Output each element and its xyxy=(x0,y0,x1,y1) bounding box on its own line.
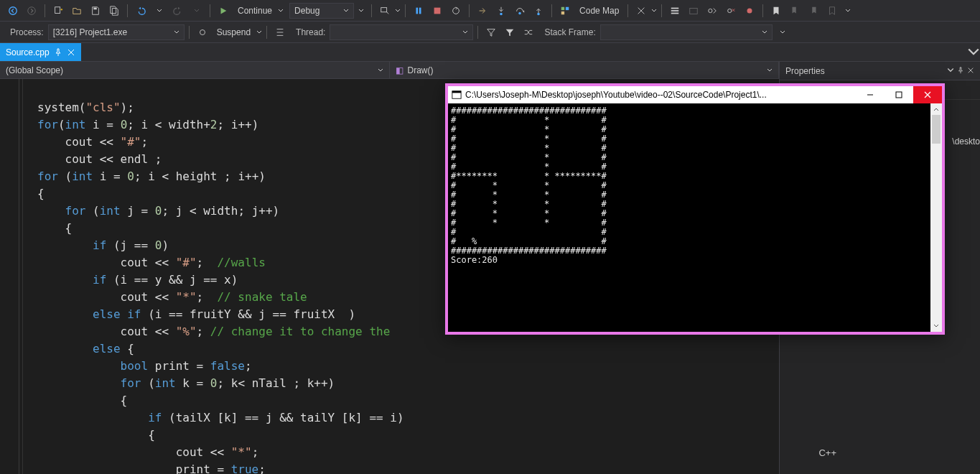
close-button[interactable] xyxy=(913,86,942,103)
redo-icon[interactable] xyxy=(169,2,187,19)
bp-list-icon[interactable] xyxy=(666,2,683,19)
stop-icon[interactable] xyxy=(429,2,446,19)
codemap-label[interactable]: Code Map xyxy=(575,6,623,16)
svg-rect-18 xyxy=(690,8,698,14)
bp-enable-icon[interactable] xyxy=(741,2,758,19)
svg-rect-3 xyxy=(93,7,96,9)
tool-a-drop[interactable] xyxy=(651,6,657,16)
bookmark-prev-icon[interactable] xyxy=(786,2,803,19)
nav-fwd-icon[interactable] xyxy=(23,2,40,19)
console-output: ############################## # * # # *… xyxy=(448,103,930,332)
chevron-down-icon xyxy=(767,65,773,75)
toolbar-overflow-icon[interactable] xyxy=(845,6,851,16)
pin-icon[interactable] xyxy=(54,48,62,57)
bookmark-next-icon[interactable] xyxy=(805,2,822,19)
properties-title-bar: Properties xyxy=(780,62,980,80)
scope-bar: (Global Scope) ◧ Draw() xyxy=(0,62,779,79)
tab-source-cpp[interactable]: Source.cpp xyxy=(0,43,81,61)
close-icon[interactable] xyxy=(967,66,974,76)
scroll-down-icon[interactable] xyxy=(930,320,942,332)
bookmark-clear-icon[interactable] xyxy=(823,2,841,19)
thread-label: Thread: xyxy=(290,27,328,37)
process-dropdown[interactable]: [3216] Project1.exe xyxy=(48,24,185,40)
show-next-icon[interactable] xyxy=(474,2,491,19)
svg-rect-12 xyxy=(561,6,564,9)
svg-rect-15 xyxy=(671,7,679,9)
scope-left-value: (Global Scope) xyxy=(6,65,63,75)
svg-point-19 xyxy=(709,9,712,12)
redo-drop-icon[interactable] xyxy=(188,2,205,19)
svg-point-20 xyxy=(728,9,732,12)
tabs-dropdown-icon[interactable] xyxy=(967,43,980,61)
tool-a-icon[interactable] xyxy=(633,2,650,19)
bookmark-icon[interactable] xyxy=(767,2,785,19)
toolbar2-overflow-icon[interactable] xyxy=(780,27,785,37)
find-drop-icon[interactable] xyxy=(395,6,401,16)
stackframe-label: Stack Frame: xyxy=(538,27,598,37)
step-into-icon[interactable] xyxy=(493,2,510,19)
chevron-down-icon xyxy=(378,65,383,75)
filter-icon[interactable] xyxy=(482,24,500,41)
console-app-icon xyxy=(448,90,465,100)
shuffle-icon[interactable] xyxy=(520,24,537,41)
continue-label[interactable]: Continue xyxy=(233,6,276,16)
undo-icon[interactable] xyxy=(132,2,149,19)
step-over-icon[interactable] xyxy=(511,2,528,19)
scope-right-value: Draw() xyxy=(408,65,434,75)
svg-rect-7 xyxy=(434,7,441,14)
nav-back-icon[interactable] xyxy=(4,2,22,19)
open-icon[interactable] xyxy=(68,2,85,19)
minimize-button[interactable] xyxy=(856,86,885,103)
chevron-down-icon xyxy=(462,27,468,37)
chevron-down-icon xyxy=(762,27,767,37)
debug-toolbar-1: Continue Debug Code Map xyxy=(0,0,980,22)
close-icon[interactable] xyxy=(67,48,75,57)
scroll-thumb[interactable] xyxy=(932,115,941,144)
editor-gutter xyxy=(0,79,23,474)
chevron-down-icon[interactable] xyxy=(947,66,954,76)
stackframe-dropdown[interactable] xyxy=(600,24,773,40)
svg-point-9 xyxy=(500,12,503,15)
config-dropdown[interactable]: Debug xyxy=(289,3,354,19)
console-titlebar[interactable]: C:\Users\Joseph-M\Desktop\joseph\Youtube… xyxy=(448,86,942,103)
suspend-drop-icon[interactable] xyxy=(256,27,262,37)
cycle-icon[interactable] xyxy=(194,24,211,41)
bp-toggle-icon[interactable] xyxy=(704,2,721,19)
suspend-label[interactable]: Suspend xyxy=(213,27,255,37)
pause-icon[interactable] xyxy=(410,2,427,19)
restart-icon[interactable] xyxy=(447,2,465,19)
save-all-icon[interactable] xyxy=(106,2,123,19)
continue-drop-icon[interactable] xyxy=(278,6,284,16)
filter2-icon[interactable] xyxy=(501,24,518,41)
bp-folder-icon[interactable] xyxy=(685,2,702,19)
save-icon[interactable] xyxy=(87,2,104,19)
console-window[interactable]: C:\Users\Joseph-M\Desktop\joseph\Youtube… xyxy=(445,83,945,335)
svg-rect-2 xyxy=(55,6,60,13)
new-item-icon[interactable] xyxy=(50,2,67,19)
maximize-button[interactable] xyxy=(885,86,913,103)
process-label: Process: xyxy=(4,27,47,37)
scope-left[interactable]: (Global Scope) xyxy=(0,62,390,78)
thread-icon[interactable] xyxy=(271,24,289,41)
console-scrollbar[interactable] xyxy=(930,103,942,332)
svg-rect-17 xyxy=(671,12,679,14)
scroll-up-icon[interactable] xyxy=(930,103,942,115)
find-icon[interactable] xyxy=(376,2,393,19)
bp-delete-icon[interactable] xyxy=(722,2,739,19)
method-icon: ◧ xyxy=(396,65,403,75)
codemap-icon[interactable] xyxy=(556,2,574,19)
pin-icon[interactable] xyxy=(957,66,964,76)
process-value: [3216] Project1.exe xyxy=(53,27,127,37)
chevron-down-icon xyxy=(174,27,179,37)
step-out-icon[interactable] xyxy=(530,2,547,19)
svg-rect-4 xyxy=(381,7,387,11)
thread-dropdown[interactable] xyxy=(330,24,473,40)
scope-right[interactable]: ◧ Draw() xyxy=(390,62,780,78)
continue-icon[interactable] xyxy=(215,2,232,19)
svg-rect-14 xyxy=(561,11,564,14)
undo-drop-icon[interactable] xyxy=(151,2,168,19)
tab-label: Source.cpp xyxy=(6,47,50,57)
chevron-down-icon xyxy=(343,6,349,16)
config-extra-drop[interactable] xyxy=(355,6,367,16)
config-value: Debug xyxy=(294,6,319,16)
